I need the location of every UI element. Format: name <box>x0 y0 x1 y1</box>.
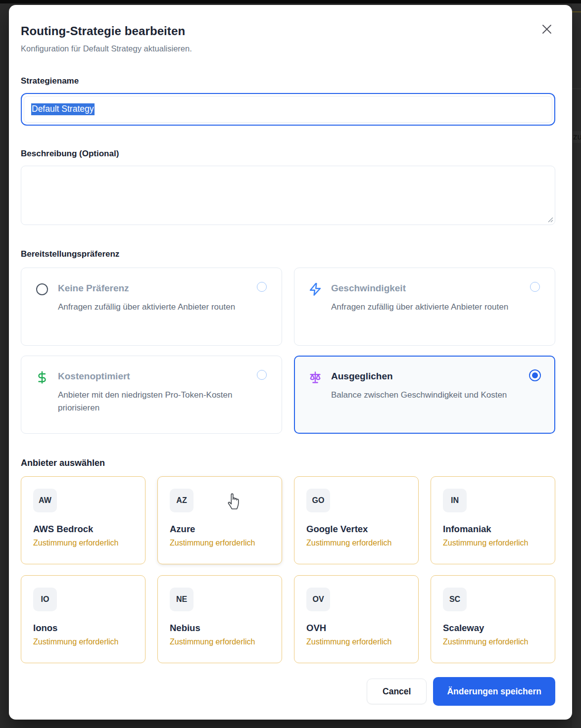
dollar-icon <box>35 370 49 384</box>
scale-icon <box>308 370 322 384</box>
provider-card-aws-bedrock[interactable]: AWAWS BedrockZustimmung erforderlich <box>21 476 145 564</box>
description-textarea[interactable] <box>21 166 555 225</box>
close-icon[interactable] <box>540 23 553 36</box>
dialog-subtitle: Konfiguration für Default Strategy aktua… <box>21 43 555 54</box>
provider-initials-badge: GO <box>306 489 330 512</box>
provider-initials-badge: IN <box>443 489 467 512</box>
resize-grip-icon[interactable] <box>547 217 553 223</box>
provider-name: Google Vertex <box>306 524 406 535</box>
provider-consent-status: Zustimmung erforderlich <box>170 637 270 646</box>
save-changes-button[interactable]: Änderungen speichern <box>433 677 555 706</box>
preference-title: Geschwindigkeit <box>331 282 541 294</box>
preference-description: Balance zwischen Geschwindigkeit und Kos… <box>331 389 534 402</box>
preference-option-balanced[interactable]: AusgeglichenBalance zwischen Geschwindig… <box>294 356 555 434</box>
radio-unselected-icon[interactable] <box>257 282 267 292</box>
background-divider <box>572 11 581 12</box>
preference-option-none[interactable]: Keine PräferenzAnfragen zufällig über ak… <box>21 268 282 346</box>
radio-unselected-icon[interactable] <box>257 370 267 380</box>
provider-name: AWS Bedrock <box>33 524 133 535</box>
provider-consent-status: Zustimmung erforderlich <box>443 539 543 547</box>
provider-initials-badge: OV <box>306 588 330 611</box>
background-text-fragment: zu <box>573 131 581 143</box>
cancel-button[interactable]: Cancel <box>367 679 427 704</box>
provider-initials-badge: NE <box>170 588 194 611</box>
preference-title: Kostenoptimiert <box>58 370 268 382</box>
provider-card-azure[interactable]: AZAzureZustimmung erforderlich <box>157 476 282 564</box>
preference-description: Anfragen zufällig über aktivierte Anbiet… <box>58 301 261 314</box>
provider-name: Azure <box>170 524 270 535</box>
provider-consent-status: Zustimmung erforderlich <box>170 539 270 547</box>
preference-option-speed[interactable]: GeschwindigkeitAnfragen zufällig über ak… <box>294 268 555 346</box>
provider-initials-badge: AW <box>33 489 57 512</box>
preference-title: Keine Präferenz <box>58 282 268 294</box>
window-top-bar <box>0 0 581 3</box>
preference-options-grid: Keine PräferenzAnfragen zufällig über ak… <box>21 268 555 434</box>
strategy-name-input-focus-ring: Default Strategy <box>21 93 555 126</box>
description-field-wrap <box>21 166 555 225</box>
provider-card-infomaniak[interactable]: INInfomaniakZustimmung erforderlich <box>431 476 555 564</box>
page-background: zu Routing-Strategie bearbeiten Konfigur… <box>0 0 581 728</box>
dialog-footer: Cancel Änderungen speichern <box>21 677 555 706</box>
dimmed-page-background: zu <box>572 3 581 728</box>
strategy-name-input[interactable]: Default Strategy <box>24 96 552 123</box>
radio-unselected-icon[interactable] <box>530 282 540 292</box>
provider-card-ovh[interactable]: OVOVHZustimmung erforderlich <box>294 575 419 663</box>
provider-card-nebius[interactable]: NENebiusZustimmung erforderlich <box>157 575 282 663</box>
edit-routing-strategy-dialog: Routing-Strategie bearbeiten Konfigurati… <box>9 5 572 720</box>
provider-name: Scaleway <box>443 623 543 634</box>
provider-consent-status: Zustimmung erforderlich <box>33 637 133 646</box>
zap-icon <box>308 282 322 296</box>
provider-consent-status: Zustimmung erforderlich <box>306 539 406 547</box>
preference-description: Anbieter mit den niedrigsten Pro-Token-K… <box>58 389 261 414</box>
provider-name: Infomaniak <box>443 524 543 535</box>
provider-consent-status: Zustimmung erforderlich <box>443 637 543 646</box>
dialog-title: Routing-Strategie bearbeiten <box>21 24 555 39</box>
select-providers-label: Anbieter auswählen <box>21 457 555 468</box>
provider-card-ionos[interactable]: IOIonosZustimmung erforderlich <box>21 575 145 663</box>
provider-initials-badge: IO <box>33 588 57 611</box>
provider-consent-status: Zustimmung erforderlich <box>33 539 133 547</box>
provider-card-scaleway[interactable]: SCScalewayZustimmung erforderlich <box>431 575 555 663</box>
provider-initials-badge: AZ <box>170 489 194 512</box>
strategy-name-label: Strategiename <box>21 76 555 87</box>
provider-consent-status: Zustimmung erforderlich <box>306 637 406 646</box>
provider-name: OVH <box>306 623 406 634</box>
selected-input-text: Default Strategy <box>31 103 95 115</box>
provider-name: Nebius <box>170 623 270 634</box>
background-divider <box>572 89 581 89</box>
providers-grid: AWAWS BedrockZustimmung erforderlichAZAz… <box>21 476 555 663</box>
circle-icon <box>35 282 49 296</box>
preference-option-cost[interactable]: KostenoptimiertAnbieter mit den niedrigs… <box>21 356 282 434</box>
radio-selected-icon[interactable] <box>529 369 541 381</box>
preference-title: Ausgeglichen <box>331 370 541 382</box>
deployment-preference-label: Bereitstellungspräferenz <box>21 249 555 260</box>
provider-card-google-vertex[interactable]: GOGoogle VertexZustimmung erforderlich <box>294 476 419 564</box>
description-label: Beschreibung (Optional) <box>21 148 555 159</box>
preference-description: Anfragen zufällig über aktivierte Anbiet… <box>331 301 534 314</box>
provider-initials-badge: SC <box>443 588 467 611</box>
provider-name: Ionos <box>33 623 133 634</box>
